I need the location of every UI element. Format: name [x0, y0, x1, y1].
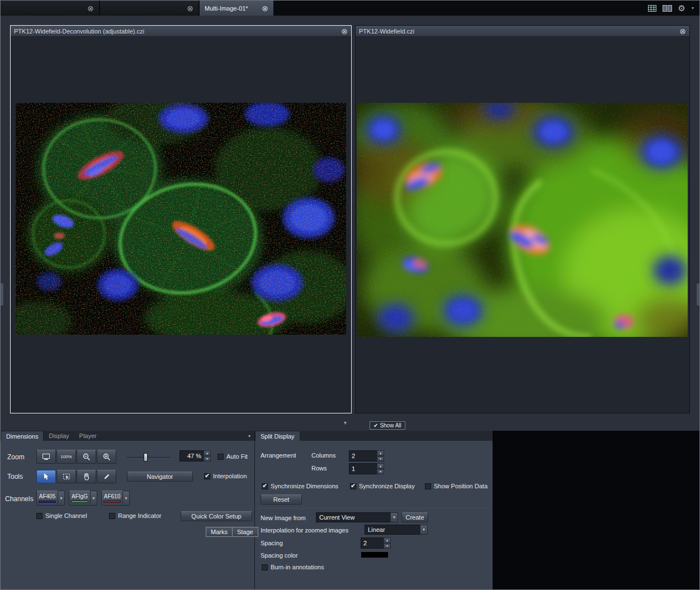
sync-display-checkbox[interactable] [350, 483, 356, 489]
zoom-slider[interactable] [127, 453, 171, 461]
single-channel-checkbox[interactable] [36, 513, 42, 519]
rows-spinner: 1 ▲ ▼ [349, 463, 384, 474]
panel-menu-chevron-icon[interactable]: ▾ [248, 434, 250, 439]
show-position-label: Show Position Data [434, 483, 488, 489]
spin-up-icon[interactable]: ▲ [377, 450, 384, 456]
marks-button[interactable]: Marks [206, 527, 233, 537]
dimensions-panel-body: Zoom 100% [1, 441, 254, 589]
quick-color-setup-button[interactable]: Quick Color Setup [181, 511, 252, 521]
viewer-options-strip: ▼ ✔ Show All [1, 417, 699, 431]
auto-fit-checkbox-row[interactable]: Auto Fit [217, 453, 248, 460]
show-all-toggle[interactable]: ✔ Show All [370, 421, 405, 430]
show-position-checkbox-row[interactable]: Show Position Data [425, 483, 488, 489]
close-icon[interactable]: ⊗ [87, 4, 94, 12]
columns-label: Columns [311, 452, 335, 459]
range-indicator-checkbox[interactable] [109, 513, 115, 519]
auto-fit-checkbox[interactable] [217, 454, 224, 460]
spin-up-icon[interactable]: ▲ [384, 537, 391, 543]
collapse-panel-icon[interactable]: ▼ [343, 420, 348, 426]
document-tab-1[interactable]: ⊗ [1, 1, 99, 16]
new-image-from-dropdown[interactable]: Current View ▼ [316, 512, 398, 522]
sync-dimensions-checkbox-row[interactable]: Synchronize Dimensions [262, 483, 338, 489]
tab-split-display[interactable]: Split Display [255, 431, 300, 441]
chevron-down-icon[interactable]: ▼ [123, 491, 130, 506]
left-splitter-handle[interactable] [1, 283, 4, 306]
table-view-icon[interactable] [648, 5, 656, 12]
range-indicator-label: Range Indicator [118, 512, 162, 519]
sync-dimensions-label: Synchronize Dimensions [271, 483, 338, 489]
interpolation-checkbox[interactable] [204, 473, 210, 479]
tab-dimensions[interactable]: Dimensions [1, 431, 44, 441]
burn-in-checkbox[interactable] [262, 564, 268, 570]
cursor-tool-button[interactable] [36, 470, 56, 483]
multi-image-workspace: PTK12-Widefield-Deconvolution (adjustabl… [1, 16, 699, 417]
spacing-color-label: Spacing color [261, 552, 298, 559]
zoom-fit-button[interactable] [36, 450, 56, 464]
spin-down-icon[interactable]: ▼ [377, 469, 384, 475]
show-position-checkbox[interactable] [425, 483, 431, 489]
burn-in-checkbox-row[interactable]: Burn-in annotations [262, 564, 324, 570]
close-icon[interactable]: ⊗ [679, 27, 686, 35]
spacing-label: Spacing [261, 540, 283, 546]
document-tab-bar: ⊗ ⊗ Multi-Image-01* ⊗ ⚙ ▾ [1, 1, 699, 16]
settings-gear-icon[interactable]: ⚙ [678, 3, 685, 13]
hand-pan-tool-button[interactable] [77, 470, 96, 483]
rows-label: Rows [311, 465, 327, 472]
channel-af405-button[interactable]: AF405 [36, 491, 58, 506]
close-icon[interactable]: ⊗ [187, 4, 193, 12]
zoom-value-input[interactable]: 47 % [179, 450, 204, 461]
spacing-input[interactable]: 2 [361, 537, 384, 549]
spin-up-icon[interactable]: ▲ [204, 450, 211, 456]
sync-display-checkbox-row[interactable]: Synchronize Display [350, 483, 415, 489]
document-tab-2[interactable]: ⊗ [100, 1, 198, 16]
spacing-color-swatch[interactable] [361, 551, 389, 558]
left-microscopy-image[interactable] [16, 103, 346, 335]
chevron-down-icon[interactable]: ▾ [692, 6, 694, 11]
tab-player[interactable]: Player [74, 431, 102, 441]
image-panel-header[interactable]: PTK12-Widefield.czi ⊗ [356, 26, 689, 37]
sync-dimensions-checkbox[interactable] [262, 483, 268, 489]
range-indicator-checkbox-row[interactable]: Range Indicator [109, 512, 162, 519]
columns-input[interactable]: 2 [349, 450, 377, 461]
document-tab-multi-image[interactable]: Multi-Image-01* ⊗ [200, 1, 273, 16]
chevron-down-icon[interactable]: ▼ [420, 525, 428, 535]
split-display-tabs: Split Display [255, 431, 493, 441]
navigator-button[interactable]: Navigator [127, 472, 193, 482]
image-title: PTK12-Widefield.czi [359, 28, 414, 35]
spin-down-icon[interactable]: ▼ [377, 456, 384, 462]
interpolation-checkbox-row[interactable]: Interpolation [204, 473, 247, 479]
spin-down-icon[interactable]: ▼ [204, 456, 211, 462]
empty-dock-area [493, 431, 699, 589]
image-panel-header[interactable]: PTK12-Widefield-Deconvolution (adjustabl… [11, 26, 351, 37]
single-channel-checkbox-row[interactable]: Single Channel [36, 512, 87, 519]
interpolation-zoomed-dropdown[interactable]: Linear ▼ [365, 525, 428, 535]
image-canvas-area [356, 37, 689, 413]
stage-button[interactable]: Stage [233, 527, 258, 537]
close-icon[interactable]: ⊗ [341, 27, 348, 35]
right-microscopy-image[interactable] [357, 103, 688, 337]
reset-button[interactable]: Reset [261, 494, 302, 505]
pencil-annotate-tool-button[interactable] [97, 470, 116, 483]
chevron-down-icon[interactable]: ▼ [91, 491, 97, 506]
rows-input[interactable]: 1 [349, 463, 377, 474]
chevron-down-icon[interactable]: ▼ [58, 491, 65, 506]
zoom-slider-track[interactable] [127, 457, 171, 458]
spin-up-icon[interactable]: ▲ [377, 463, 384, 469]
image-canvas-area [11, 37, 351, 413]
spin-down-icon[interactable]: ▼ [384, 544, 391, 549]
channel-af610-button[interactable]: AF610 [101, 491, 123, 506]
create-button[interactable]: Create [401, 512, 428, 522]
channel-afigg-button[interactable]: AFIgG [69, 491, 91, 506]
right-splitter-handle[interactable] [696, 283, 699, 306]
zoom-in-button[interactable] [97, 450, 116, 464]
split-view-icon[interactable] [663, 5, 672, 12]
document-tab-label: Multi-Image-01* [205, 5, 258, 12]
close-icon[interactable]: ⊗ [262, 4, 268, 12]
tab-display[interactable]: Display [44, 431, 74, 441]
arrangement-label: Arrangement [261, 452, 296, 459]
zoom-out-button[interactable] [77, 450, 96, 464]
chevron-down-icon[interactable]: ▼ [390, 512, 398, 522]
region-select-tool-button[interactable] [56, 470, 76, 483]
zoom-slider-handle[interactable] [144, 453, 148, 461]
zoom-100-button[interactable]: 100% [56, 450, 76, 464]
